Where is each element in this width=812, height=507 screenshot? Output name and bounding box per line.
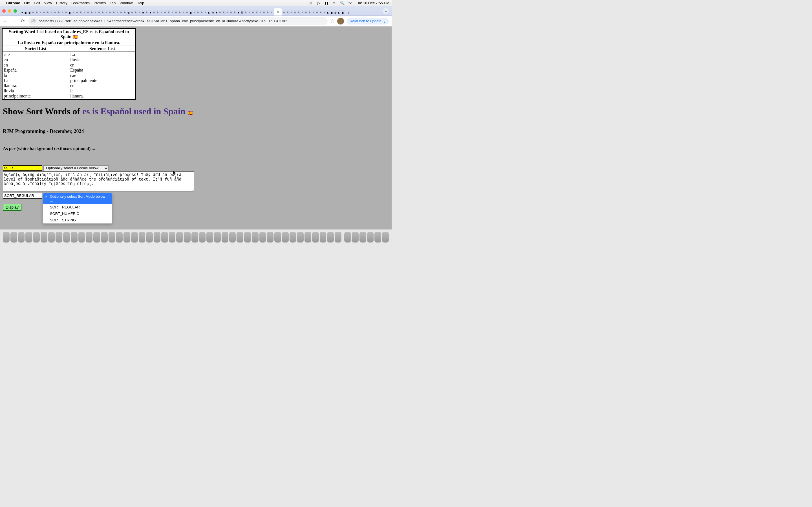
- dock-app[interactable]: [344, 232, 351, 242]
- tab-collapsed[interactable]: ✎: [35, 10, 39, 15]
- tab-collapsed[interactable]: ✎: [145, 10, 149, 15]
- menu-tab[interactable]: Tab: [110, 1, 116, 5]
- tab-collapsed[interactable]: ✎: [319, 10, 322, 15]
- dock-app[interactable]: [26, 232, 32, 242]
- dock-app[interactable]: [206, 232, 213, 242]
- menu-bookmarks[interactable]: Bookmarks: [71, 1, 90, 5]
- tab-collapsed[interactable]: ✎: [97, 10, 101, 15]
- dock-app[interactable]: [131, 232, 138, 242]
- tab-collapsed[interactable]: ✎: [193, 10, 196, 15]
- new-tab-button[interactable]: +: [346, 10, 351, 15]
- tab-collapsed[interactable]: ✎: [39, 10, 42, 15]
- dock-app[interactable]: [86, 232, 93, 242]
- dock-app[interactable]: [374, 232, 381, 242]
- tab-collapsed[interactable]: ◧: [24, 10, 28, 15]
- dock-app[interactable]: [237, 232, 243, 242]
- dock-trash[interactable]: [382, 232, 389, 242]
- tab-collapsed[interactable]: W: [211, 10, 214, 15]
- locale-input[interactable]: [3, 165, 42, 171]
- dock-app[interactable]: [41, 232, 47, 242]
- tab-collapsed[interactable]: ✎: [218, 10, 222, 15]
- sortmode-option-numeric[interactable]: SORT_NUMERIC: [43, 210, 112, 217]
- dock-app[interactable]: [192, 232, 198, 242]
- tab-collapsed[interactable]: ✎: [315, 10, 319, 15]
- tab-collapsed[interactable]: ✎: [255, 10, 259, 15]
- dock-app[interactable]: [48, 232, 55, 242]
- dock-app[interactable]: [18, 232, 25, 242]
- tab-collapsed[interactable]: ✎: [248, 10, 251, 15]
- tab-collapsed[interactable]: ✎: [152, 10, 156, 15]
- dock-app[interactable]: [305, 232, 311, 242]
- tab-collapsed[interactable]: ◐: [207, 10, 211, 15]
- forward-button[interactable]: →: [11, 18, 17, 24]
- tab-collapsed[interactable]: ✎: [50, 10, 53, 15]
- dock-app[interactable]: [244, 232, 251, 242]
- tab-collapsed[interactable]: ✎: [297, 10, 301, 15]
- sortmode-option-string[interactable]: SORT_STRING: [43, 217, 112, 223]
- dock-app[interactable]: [259, 232, 266, 242]
- tab-collapsed[interactable]: ✎: [233, 10, 237, 15]
- dock-app[interactable]: [214, 232, 221, 242]
- play-icon[interactable]: ▷: [316, 1, 321, 5]
- dock-app[interactable]: [10, 232, 17, 242]
- dock-app[interactable]: [139, 232, 146, 242]
- dock-app[interactable]: [71, 232, 78, 242]
- tab-collapsed[interactable]: ✎: [71, 10, 75, 15]
- tab-collapsed[interactable]: ■: [214, 10, 218, 15]
- dock-app[interactable]: [290, 232, 296, 242]
- tab-collapsed[interactable]: ✎: [229, 10, 233, 15]
- dock-app[interactable]: [184, 232, 191, 242]
- tab-collapsed[interactable]: ✎: [312, 10, 315, 15]
- tabs-overflow-button[interactable]: ⌄: [383, 8, 389, 14]
- reload-button[interactable]: ⟳: [20, 18, 26, 24]
- tab-collapsed[interactable]: ✎: [112, 10, 116, 15]
- tab-collapsed[interactable]: ✎: [222, 10, 225, 15]
- dock-app[interactable]: [359, 232, 366, 242]
- tab-collapsed[interactable]: ■: [149, 10, 152, 15]
- tab-collapsed[interactable]: ◐: [189, 10, 193, 15]
- tab-collapsed[interactable]: ✎: [108, 10, 112, 15]
- relaunch-button[interactable]: Relaunch to update ⋮: [347, 18, 389, 24]
- sortmode-option-placeholder[interactable]: Optionally select Sort Mode below ...: [43, 193, 112, 204]
- dock-app[interactable]: [221, 232, 229, 242]
- tab-collapsed[interactable]: ✎: [53, 10, 57, 15]
- menu-edit[interactable]: Edit: [34, 1, 40, 5]
- tab-collapsed[interactable]: ✎: [200, 10, 204, 15]
- tab-collapsed[interactable]: ✎: [101, 10, 105, 15]
- status-icon[interactable]: ⊕: [308, 1, 313, 5]
- tab-collapsed[interactable]: ✎: [79, 10, 83, 15]
- dock-app-finder[interactable]: [3, 232, 10, 242]
- tab-active[interactable]: ✕: [274, 8, 282, 15]
- tab-collapsed[interactable]: ■: [141, 10, 145, 15]
- tab-collapsed[interactable]: ✎: [64, 10, 68, 15]
- tab-collapsed[interactable]: ✎: [86, 10, 90, 15]
- tab-collapsed[interactable]: ✎: [286, 10, 290, 15]
- tab-collapsed[interactable]: ◐: [28, 10, 31, 15]
- tab-collapsed[interactable]: ✎: [170, 10, 174, 15]
- dock-app[interactable]: [93, 232, 100, 242]
- dock-app[interactable]: [146, 232, 153, 242]
- menu-window[interactable]: Window: [119, 1, 133, 5]
- tab-collapsed[interactable]: ✎: [167, 10, 170, 15]
- tab-collapsed[interactable]: ✎: [83, 10, 86, 15]
- tab-collapsed[interactable]: ◐: [337, 10, 341, 15]
- dock-app[interactable]: [229, 232, 236, 242]
- tab-collapsed[interactable]: ✎: [174, 10, 178, 15]
- dock-app[interactable]: [56, 232, 62, 242]
- tab-collapsed[interactable]: ✎: [301, 10, 304, 15]
- dock-app[interactable]: [123, 232, 130, 242]
- dock-app[interactable]: [367, 232, 374, 242]
- tab-collapsed[interactable]: ✎: [156, 10, 160, 15]
- tab-collapsed[interactable]: ✎: [290, 10, 293, 15]
- tab-collapsed[interactable]: ✎: [204, 10, 207, 15]
- sortmode-option-regular[interactable]: SORT_REGULAR: [43, 204, 112, 210]
- window-close-button[interactable]: [2, 9, 6, 13]
- back-button[interactable]: ←: [3, 18, 8, 24]
- tab-collapsed[interactable]: ✎: [322, 10, 326, 15]
- dock-app[interactable]: [199, 232, 206, 242]
- tab-collapsed[interactable]: ✎: [123, 10, 126, 15]
- dock-app[interactable]: [101, 232, 108, 242]
- tab-collapsed[interactable]: ✎: [42, 10, 46, 15]
- dock-app[interactable]: [116, 232, 123, 242]
- menubar-clock[interactable]: Tue 10 Dec 7:55 PM: [356, 1, 389, 5]
